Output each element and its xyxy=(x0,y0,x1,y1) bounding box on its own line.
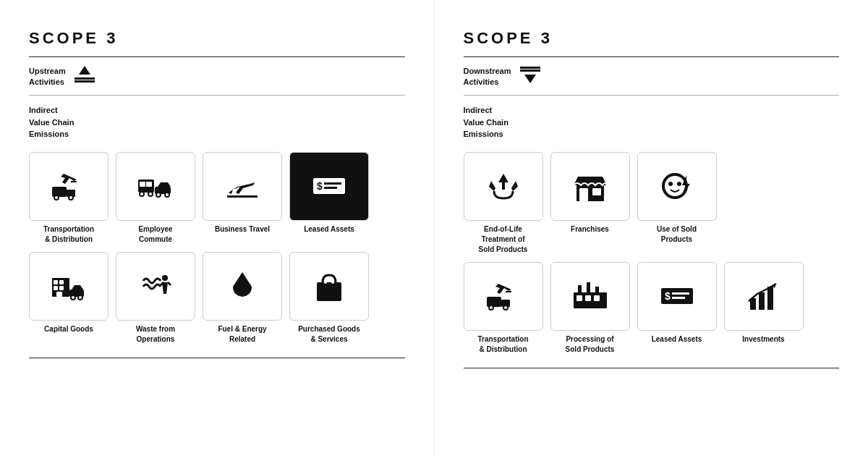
right-leased-card: $ xyxy=(637,262,717,331)
right-recycle-label: End-of-LifeTreatment ofSold Products xyxy=(479,224,528,255)
svg-marker-2 xyxy=(79,66,90,75)
right-usesold-card xyxy=(637,152,717,221)
svg-rect-16 xyxy=(227,195,258,198)
right-investments-label: Investments xyxy=(742,334,784,345)
left-panel: SCOPE 3 UpstreamActivities IndirectValue… xyxy=(0,0,434,456)
svg-point-5 xyxy=(54,195,59,200)
left-commute-item: EmployeeCommute xyxy=(116,152,195,245)
right-activity-label: DownstreamActivities xyxy=(464,66,511,88)
svg-point-6 xyxy=(69,195,73,200)
svg-point-15 xyxy=(165,193,169,197)
right-franchise-item: Franchises xyxy=(550,152,630,255)
svg-rect-59 xyxy=(672,297,685,299)
left-transport-card xyxy=(29,152,109,221)
left-purchased-card xyxy=(289,252,369,321)
upstream-icon xyxy=(73,64,96,89)
left-icons-row-2: Capital Goods Waste fromOperations xyxy=(29,252,405,345)
right-activity-row: DownstreamActivities xyxy=(464,64,840,89)
svg-rect-44 xyxy=(487,297,501,307)
right-scope-title: SCOPE 3 xyxy=(464,29,840,48)
downstream-icon xyxy=(519,64,542,89)
svg-point-14 xyxy=(156,193,161,197)
right-transport-item: Transportation& Distribution xyxy=(464,262,543,355)
svg-point-12 xyxy=(148,192,153,196)
svg-rect-36 xyxy=(520,67,540,69)
left-emissions-label: IndirectValue ChainEmissions xyxy=(29,104,405,140)
svg-rect-61 xyxy=(759,292,765,310)
left-transport-item: Transportation& Distribution xyxy=(29,152,109,245)
left-capital-card xyxy=(29,252,109,321)
svg-marker-34 xyxy=(524,75,536,83)
svg-rect-9 xyxy=(140,182,145,187)
left-travel-item: Business Travel xyxy=(203,152,282,245)
right-panel: SCOPE 3 DownstreamActivities IndirectVal… xyxy=(434,0,869,456)
right-icons-row-2: Transportation& Distribution Processing … xyxy=(464,262,840,355)
left-capital-label: Capital Goods xyxy=(44,324,93,334)
svg-rect-53 xyxy=(578,285,582,294)
right-leased-label: Leased Assets xyxy=(652,334,702,345)
right-processing-card xyxy=(550,262,630,331)
left-purchased-label: Purchased Goods& Services xyxy=(298,324,360,345)
left-leased-card: $ xyxy=(289,152,369,221)
svg-rect-51 xyxy=(585,295,591,301)
right-mid-divider xyxy=(464,95,840,96)
right-processing-item: Processing ofSold Products xyxy=(550,262,630,355)
left-scope-title: SCOPE 3 xyxy=(29,29,405,48)
left-commute-label: EmployeeCommute xyxy=(138,224,172,245)
left-waste-card xyxy=(116,252,195,321)
svg-rect-39 xyxy=(592,188,601,195)
right-top-divider xyxy=(464,56,840,57)
right-emissions-label: IndirectValue ChainEmissions xyxy=(464,104,840,140)
left-leased-label: Leased Assets xyxy=(304,224,354,235)
svg-point-42 xyxy=(668,182,673,186)
svg-point-28 xyxy=(71,295,75,300)
svg-point-30 xyxy=(162,275,168,281)
svg-rect-38 xyxy=(579,188,588,201)
right-franchise-card xyxy=(550,152,630,221)
svg-rect-20 xyxy=(324,187,337,189)
svg-rect-50 xyxy=(576,295,582,301)
svg-rect-24 xyxy=(54,286,58,290)
left-top-divider xyxy=(29,56,405,57)
right-usesold-item: Use of SoldProducts xyxy=(637,152,717,255)
svg-text:$: $ xyxy=(665,290,671,302)
left-bottom-divider xyxy=(29,358,405,358)
right-bottom-divider xyxy=(464,368,840,368)
right-icons-row-1: End-of-LifeTreatment ofSold Products Fra… xyxy=(464,152,840,255)
right-transport-label: Transportation& Distribution xyxy=(477,334,528,355)
svg-rect-7 xyxy=(71,181,77,182)
svg-point-43 xyxy=(677,182,681,186)
svg-point-11 xyxy=(140,192,144,196)
left-travel-label: Business Travel xyxy=(215,224,270,235)
right-recycle-item: End-of-LifeTreatment ofSold Products xyxy=(464,152,543,255)
svg-point-46 xyxy=(489,305,493,310)
svg-rect-62 xyxy=(767,287,773,310)
left-waste-label: Waste fromOperations xyxy=(136,324,175,345)
left-mid-divider xyxy=(29,95,405,96)
svg-rect-22 xyxy=(54,280,58,284)
left-transport-label: Transportation& Distribution xyxy=(43,224,94,245)
svg-point-47 xyxy=(503,305,508,310)
right-transport-card xyxy=(464,262,543,331)
svg-rect-48 xyxy=(506,291,511,292)
left-purchased-item: Purchased Goods& Services xyxy=(289,252,369,345)
right-processing-label: Processing ofSold Products xyxy=(566,334,615,355)
right-investments-card xyxy=(724,262,804,331)
svg-rect-31 xyxy=(317,282,341,301)
svg-rect-52 xyxy=(594,295,600,301)
svg-rect-1 xyxy=(75,80,95,83)
svg-rect-3 xyxy=(52,187,67,197)
right-usesold-label: Use of SoldProducts xyxy=(657,224,697,245)
right-investments-item: Investments xyxy=(724,262,804,355)
left-icons-row-1: Transportation& Distribution E xyxy=(29,152,405,245)
left-travel-card xyxy=(203,152,282,221)
right-leased-item: $ Leased Assets xyxy=(637,262,717,355)
left-fuel-item: Fuel & EnergyRelated xyxy=(203,252,282,345)
right-franchise-label: Franchises xyxy=(571,224,609,235)
svg-rect-19 xyxy=(324,182,341,185)
svg-rect-26 xyxy=(56,292,62,297)
left-commute-card xyxy=(116,152,195,221)
left-leased-item: $ Leased Assets xyxy=(289,152,369,245)
left-activity-label: UpstreamActivities xyxy=(29,66,66,88)
svg-rect-35 xyxy=(520,69,540,72)
